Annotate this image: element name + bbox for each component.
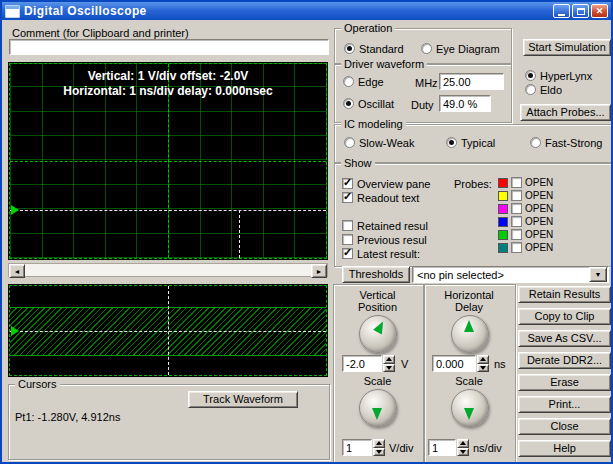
vertical-scale-label: Scale bbox=[333, 375, 422, 387]
close-dialog-button[interactable]: Close bbox=[518, 418, 611, 435]
derate-ddr2-button[interactable]: Derate DDR2... bbox=[518, 352, 611, 369]
horizontal-scale-input[interactable] bbox=[428, 439, 456, 456]
comment-input[interactable] bbox=[9, 39, 329, 55]
maximize-button[interactable] bbox=[572, 4, 589, 18]
probe-checkbox[interactable] bbox=[511, 177, 522, 188]
scope-readout: Vertical: 1 V/div offset: -2.0V Horizont… bbox=[10, 69, 326, 99]
radio-eye-diagram[interactable]: Eye Diagram bbox=[421, 42, 500, 55]
radio-oscillator[interactable]: Oscillat bbox=[343, 97, 394, 110]
spinner-up-icon[interactable] bbox=[457, 439, 469, 448]
scope-hscrollbar[interactable]: ◄ ► bbox=[8, 263, 328, 277]
knob-pointer-icon bbox=[373, 319, 387, 334]
radio-standard[interactable]: Standard bbox=[344, 42, 404, 55]
probe-checkbox[interactable] bbox=[511, 203, 522, 214]
vertical-position-spinner[interactable] bbox=[383, 355, 395, 372]
probe-status-label: OPEN bbox=[525, 216, 553, 227]
radio-typical[interactable]: Typical bbox=[446, 136, 495, 149]
app-icon bbox=[5, 5, 20, 18]
probe-checkbox[interactable] bbox=[511, 229, 522, 240]
chevron-down-icon[interactable]: ▼ bbox=[589, 267, 607, 282]
print-button[interactable]: Print... bbox=[518, 396, 611, 413]
radio-label: HyperLynx bbox=[540, 70, 592, 82]
attach-probes-button[interactable]: Attach Probes... bbox=[520, 104, 611, 121]
vertical-scale-knob[interactable] bbox=[359, 389, 397, 427]
checkbox-retained-results[interactable]: Retained resul bbox=[342, 219, 428, 232]
checkbox-overview-pane[interactable]: Overview pane bbox=[342, 177, 430, 190]
probe-checkbox[interactable] bbox=[511, 216, 522, 227]
checkbox-icon bbox=[342, 220, 353, 231]
spinner-up-icon[interactable] bbox=[383, 355, 395, 364]
checkbox-label: Latest result: bbox=[357, 248, 420, 260]
probe-checkbox[interactable] bbox=[511, 190, 522, 201]
vertical-scale-input[interactable] bbox=[342, 439, 372, 456]
spinner-down-icon[interactable] bbox=[373, 448, 385, 457]
pin-select-combo[interactable]: <no pin selected> ▼ bbox=[412, 266, 609, 283]
copy-to-clipboard-button[interactable]: Copy to Clip bbox=[518, 308, 611, 325]
duty-input[interactable] bbox=[439, 95, 491, 112]
knob-pointer-icon bbox=[464, 320, 474, 332]
checkbox-readout-text[interactable]: Readout text bbox=[342, 191, 419, 204]
mhz-label: MHz bbox=[415, 77, 438, 89]
operation-group-label: Operation bbox=[341, 22, 395, 34]
checkbox-icon bbox=[342, 248, 353, 259]
horizontal-delay-input[interactable] bbox=[432, 355, 476, 372]
scope-center-hline bbox=[10, 161, 326, 162]
comment-label: Comment (for Clipboard and printer) bbox=[12, 27, 189, 39]
radio-icon bbox=[530, 137, 541, 148]
probe-checkbox[interactable] bbox=[511, 242, 522, 253]
radio-fast-strong[interactable]: Fast-Strong bbox=[530, 136, 602, 149]
spinner-up-icon[interactable] bbox=[373, 439, 385, 448]
vertical-position-knob[interactable] bbox=[359, 315, 397, 353]
radio-label: Standard bbox=[359, 43, 404, 55]
window-controls: ✕ bbox=[553, 4, 608, 18]
vertical-title: Vertical bbox=[333, 289, 422, 301]
probe-status-label: OPEN bbox=[525, 229, 553, 240]
vertical-position-input[interactable] bbox=[342, 355, 382, 372]
spinner-up-icon[interactable] bbox=[477, 355, 489, 364]
scroll-left-arrow-icon[interactable]: ◄ bbox=[9, 264, 25, 278]
spinner-down-icon[interactable] bbox=[383, 364, 395, 373]
thresholds-button[interactable]: Thresholds bbox=[342, 266, 410, 283]
duty-label: Duty bbox=[411, 99, 434, 111]
checkbox-label: Overview pane bbox=[357, 178, 430, 190]
radio-icon bbox=[344, 137, 355, 148]
close-window-button[interactable]: ✕ bbox=[591, 4, 608, 18]
overview-inner bbox=[9, 285, 327, 376]
show-group-label: Show bbox=[341, 157, 375, 169]
probe-row: OPEN bbox=[498, 203, 553, 214]
scope-cursor-line[interactable] bbox=[239, 210, 240, 259]
radio-edge[interactable]: Edge bbox=[343, 75, 384, 88]
erase-button[interactable]: Erase bbox=[518, 374, 611, 391]
probe-status-label: OPEN bbox=[525, 203, 553, 214]
mhz-input[interactable] bbox=[439, 73, 504, 90]
horizontal-delay-label: Delay bbox=[424, 301, 514, 313]
scroll-right-arrow-icon[interactable]: ► bbox=[311, 264, 327, 278]
overview-pane[interactable] bbox=[8, 284, 328, 377]
horizontal-scale-knob[interactable] bbox=[451, 389, 489, 427]
horizontal-delay-spinner[interactable] bbox=[477, 355, 489, 372]
horizontal-scale-spinner[interactable] bbox=[457, 439, 469, 456]
radio-eldo[interactable]: Eldo bbox=[525, 83, 562, 96]
retain-results-button[interactable]: Retain Results bbox=[518, 286, 611, 303]
save-as-csv-button[interactable]: Save As CSV... bbox=[518, 330, 611, 347]
minimize-button[interactable] bbox=[553, 4, 570, 18]
checkbox-latest-result[interactable]: Latest result: bbox=[342, 247, 420, 260]
spinner-down-icon[interactable] bbox=[477, 364, 489, 373]
track-waveform-button[interactable]: Track Waveform bbox=[188, 391, 298, 408]
horizontal-delay-unit: ns bbox=[494, 358, 506, 370]
radio-slow-weak[interactable]: Slow-Weak bbox=[344, 136, 414, 149]
vertical-position-unit: V bbox=[401, 358, 408, 370]
start-simulation-button[interactable]: Start Simulation bbox=[523, 39, 611, 56]
help-button[interactable]: Help bbox=[518, 440, 611, 457]
probe-color-swatch bbox=[498, 204, 508, 214]
minimize-icon bbox=[558, 14, 565, 16]
horizontal-delay-knob[interactable] bbox=[451, 315, 489, 353]
title-bar[interactable]: Digital Oscilloscope ✕ bbox=[2, 2, 611, 20]
driver-waveform-group-label: Driver waveform bbox=[341, 58, 427, 70]
vertical-scale-spinner[interactable] bbox=[373, 439, 385, 456]
spinner-down-icon[interactable] bbox=[457, 448, 469, 457]
checkbox-previous-results[interactable]: Previous resul bbox=[342, 233, 427, 246]
radio-hyperlynx[interactable]: HyperLynx bbox=[525, 69, 592, 82]
horizontal-scale-unit: ns/div bbox=[473, 442, 502, 454]
scope-display[interactable]: Vertical: 1 V/div offset: -2.0V Horizont… bbox=[8, 62, 328, 260]
